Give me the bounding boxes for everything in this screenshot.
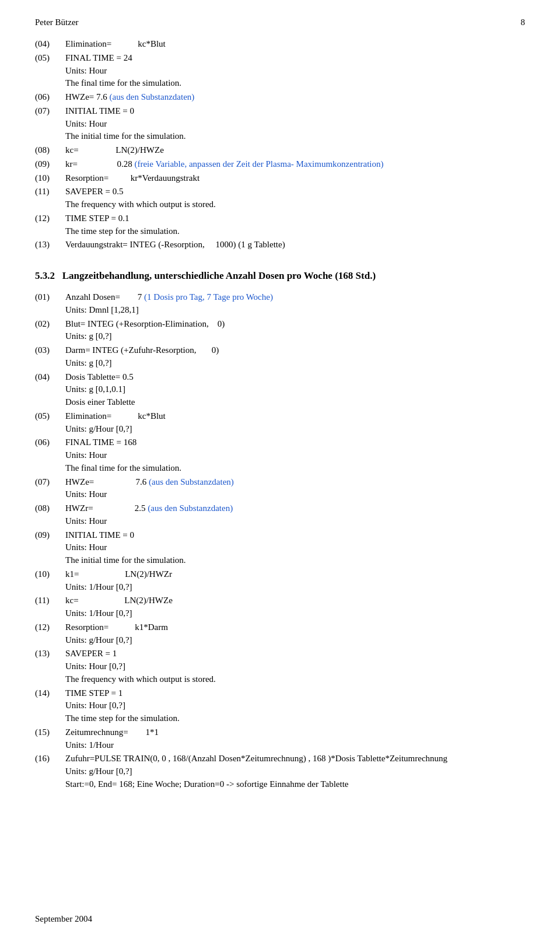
s2-item-05-body: Elimination= kc*Blut Units: g/Hour [0,?] [65, 410, 525, 436]
s2-item-16-body: Zufuhr=PULSE TRAIN(0, 0 , 168/(Anzahl Do… [65, 752, 525, 790]
s2-item-14-num: (14) [35, 687, 65, 725]
s2-item-13-body: SAVEPER = 1 Units: Hour [0,?] The freque… [65, 648, 525, 685]
s2-item-02: (02) Blut= INTEG (+Resorption-Eliminatio… [35, 318, 525, 344]
item-13-num: (13) [35, 239, 65, 251]
s2-item-12-num: (12) [35, 621, 65, 647]
s2-item-04: (04) Dosis Tablette= 0.5 Units: g [0,1,0… [35, 371, 525, 409]
s2-item-12: (12) Resorption= k1*Darm Units: g/Hour [… [35, 621, 525, 647]
item-05-body: FINAL TIME = 24 Units: Hour The final ti… [65, 52, 525, 90]
item-13: (13) Verdauungstrakt= INTEG (-Resorption… [35, 239, 525, 251]
s2-item-02-num: (02) [35, 318, 65, 344]
s2-item-03-body: Darm= INTEG (+Zufuhr-Resorption, 0) Unit… [65, 344, 525, 370]
s2-item-10-body: k1= LN(2)/HWZr Units: 1/Hour [0,?] [65, 568, 525, 594]
item-08-body: kc= LN(2)/HWZe [65, 144, 525, 157]
item-11: (11) SAVEPER = 0.5 The frequency with wh… [35, 186, 525, 211]
s2-item-10: (10) k1= LN(2)/HWZr Units: 1/Hour [0,?] [35, 568, 525, 594]
item-08: (08) kc= LN(2)/HWZe [35, 144, 525, 157]
item-04: (04) Elimination= kc*Blut [35, 38, 525, 51]
section2-content: (01) Anzahl Dosen= 7 (1 Dosis pro Tag, 7… [35, 291, 525, 791]
item-07: (07) INITIAL TIME = 0 Units: Hour The in… [35, 105, 525, 143]
item-07-body: INITIAL TIME = 0 Units: Hour The initial… [65, 105, 525, 143]
item-13-body: Verdauungstrakt= INTEG (-Resorption, 100… [65, 239, 525, 251]
item-10-body: Resorption= kr*Verdauungstrakt [65, 172, 525, 185]
s2-item-09-num: (09) [35, 529, 65, 567]
item-10-num: (10) [35, 172, 65, 185]
s2-item-01: (01) Anzahl Dosen= 7 (1 Dosis pro Tag, 7… [35, 291, 525, 317]
s2-item-11-body: kc= LN(2)/HWZe Units: 1/Hour [0,?] [65, 594, 525, 620]
item-04-num: (04) [35, 38, 65, 51]
s2-item-09-body: INITIAL TIME = 0 Units: Hour The initial… [65, 529, 525, 567]
item-08-num: (08) [35, 144, 65, 157]
s2-item-08-body: HWZr= 2.5 (aus den Substanzdaten) Units:… [65, 502, 525, 528]
item-12-num: (12) [35, 212, 65, 238]
item-09-body: kr= 0.28 (freie Variable, anpassen der Z… [65, 158, 525, 171]
section1-content: (04) Elimination= kc*Blut (05) FINAL TIM… [35, 38, 525, 251]
s2-item-15: (15) Zeitumrechnung= 1*1 Units: 1/Hour [35, 726, 525, 752]
s2-item-12-body: Resorption= k1*Darm Units: g/Hour [0,?] [65, 621, 525, 647]
s2-item-05: (05) Elimination= kc*Blut Units: g/Hour … [35, 410, 525, 436]
s2-item-06-num: (06) [35, 436, 65, 474]
s2-item-14: (14) TIME STEP = 1 Units: Hour [0,?] The… [35, 687, 525, 725]
s2-item-16: (16) Zufuhr=PULSE TRAIN(0, 0 , 168/(Anza… [35, 752, 525, 790]
s2-item-04-num: (04) [35, 371, 65, 409]
s2-item-06: (06) FINAL TIME = 168 Units: Hour The fi… [35, 436, 525, 474]
s2-item-08-num: (08) [35, 502, 65, 528]
s2-item-15-body: Zeitumrechnung= 1*1 Units: 1/Hour [65, 726, 525, 752]
s2-item-08: (08) HWZr= 2.5 (aus den Substanzdaten) U… [35, 502, 525, 528]
s2-item-01-body: Anzahl Dosen= 7 (1 Dosis pro Tag, 7 Tage… [65, 291, 525, 317]
item-06-num: (06) [35, 91, 65, 104]
page-number: 8 [521, 18, 526, 27]
s2-item-03-num: (03) [35, 344, 65, 370]
section2-heading: 5.3.2 Langzeitbehandlung, unterschiedlic… [35, 270, 525, 282]
s2-item-07-body: HWZe= 7.6 (aus den Substanzdaten) Units:… [65, 476, 525, 502]
s2-item-13: (13) SAVEPER = 1 Units: Hour [0,?] The f… [35, 648, 525, 685]
s2-item-02-body: Blut= INTEG (+Resorption-Elimination, 0)… [65, 318, 525, 344]
s2-item-09: (09) INITIAL TIME = 0 Units: Hour The in… [35, 529, 525, 567]
item-12: (12) TIME STEP = 0.1 The time step for t… [35, 212, 525, 238]
s2-item-10-num: (10) [35, 568, 65, 594]
s2-item-07-num: (07) [35, 476, 65, 502]
item-06-body: HWZe= 7.6 (aus den Substanzdaten) [65, 91, 525, 104]
item-10: (10) Resorption= kr*Verdauungstrakt [35, 172, 525, 185]
item-07-num: (07) [35, 105, 65, 143]
item-06: (06) HWZe= 7.6 (aus den Substanzdaten) [35, 91, 525, 104]
s2-item-14-body: TIME STEP = 1 Units: Hour [0,?] The time… [65, 687, 525, 725]
item-12-body: TIME STEP = 0.1 The time step for the si… [65, 212, 525, 238]
footer-date: September 2004 [35, 914, 92, 924]
item-11-body: SAVEPER = 0.5 The frequency with which o… [65, 186, 525, 211]
s2-item-16-num: (16) [35, 752, 65, 790]
s2-item-04-body: Dosis Tablette= 0.5 Units: g [0,1,0.1] D… [65, 371, 525, 409]
s2-item-06-body: FINAL TIME = 168 Units: Hour The final t… [65, 436, 525, 474]
s2-item-13-num: (13) [35, 648, 65, 685]
item-11-num: (11) [35, 186, 65, 211]
s2-item-05-num: (05) [35, 410, 65, 436]
item-04-body: Elimination= kc*Blut [65, 38, 525, 51]
s2-item-11-num: (11) [35, 594, 65, 620]
section2-title: 5.3.2 Langzeitbehandlung, unterschiedlic… [35, 270, 525, 282]
item-09-num: (09) [35, 158, 65, 171]
item-05-num: (05) [35, 52, 65, 90]
s2-item-03: (03) Darm= INTEG (+Zufuhr-Resorption, 0)… [35, 344, 525, 370]
s2-item-11: (11) kc= LN(2)/HWZe Units: 1/Hour [0,?] [35, 594, 525, 620]
item-05: (05) FINAL TIME = 24 Units: Hour The fin… [35, 52, 525, 90]
s2-item-07: (07) HWZe= 7.6 (aus den Substanzdaten) U… [35, 476, 525, 502]
item-09: (09) kr= 0.28 (freie Variable, anpassen … [35, 158, 525, 171]
page-header: Peter Bützer 8 [35, 18, 525, 27]
s2-item-01-num: (01) [35, 291, 65, 317]
s2-item-15-num: (15) [35, 726, 65, 752]
author-name: Peter Bützer [35, 18, 79, 27]
